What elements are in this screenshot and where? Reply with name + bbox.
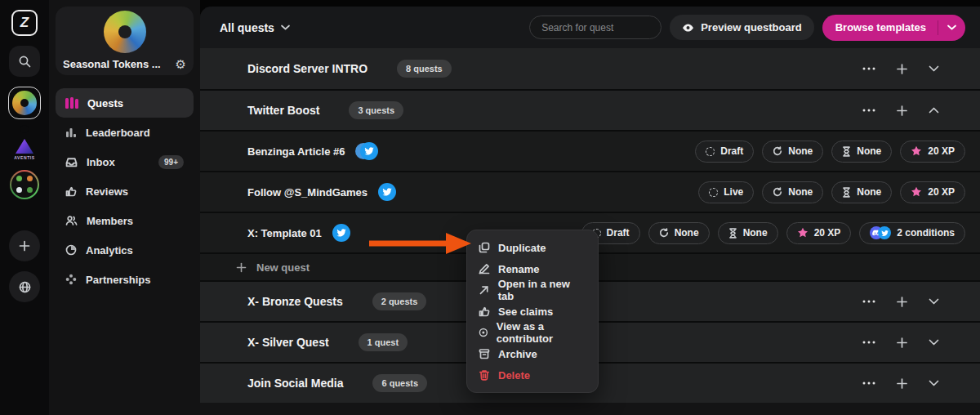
preview-questboard-button[interactable]: Preview questboard <box>670 15 814 40</box>
zealy-logo[interactable]: Z <box>11 10 38 36</box>
quest-row[interactable]: Benzinga Article #6 C Draft <box>200 130 980 171</box>
workspace-avatar-seasonal-active[interactable] <box>8 87 41 119</box>
xp-pill[interactable]: 20 XP <box>900 141 965 163</box>
xp-pill[interactable]: 20 XP <box>900 181 965 203</box>
cooldown-pill[interactable]: None <box>831 141 892 163</box>
recurrence-label: None <box>788 145 813 157</box>
context-menu-delete[interactable]: Delete <box>467 364 598 386</box>
sidebar-item-analytics[interactable]: Analytics <box>56 235 194 265</box>
quest-title: Benzinga Article #6 <box>247 145 345 158</box>
add-workspace-button[interactable] <box>9 230 40 261</box>
group-collapse-button[interactable] <box>929 380 939 386</box>
cooldown-pill[interactable]: None <box>718 222 778 244</box>
group-add-quest-button[interactable] <box>896 63 908 75</box>
sidebar-item-inbox[interactable]: Inbox 99+ <box>56 147 194 176</box>
sidebar-item-reviews[interactable]: Reviews <box>56 176 194 206</box>
context-menu-duplicate[interactable]: Duplicate <box>467 237 598 258</box>
chevron-down-icon <box>929 298 939 305</box>
seasonal-tokens-logo-icon <box>12 91 37 115</box>
workspace-avatar-aventis[interactable]: AVENTIS <box>14 139 35 160</box>
duplicate-icon <box>479 242 490 253</box>
group-collapse-button[interactable] <box>929 107 939 114</box>
quest-context-menu: Duplicate Rename Open in a new tab <box>466 230 599 393</box>
sidebar-item-partnerships[interactable]: Partnerships <box>56 265 194 294</box>
quest-count-badge: 1 quest <box>359 333 408 351</box>
group-add-quest-button[interactable] <box>896 296 908 308</box>
context-menu-label: View as a contributor <box>497 320 586 345</box>
ellipsis-icon <box>862 382 875 385</box>
conditions-label: 2 conditions <box>897 227 955 239</box>
season-winter-dot <box>16 187 22 193</box>
group-more-button[interactable] <box>862 382 875 385</box>
group-title: Twitter Boost <box>247 104 319 117</box>
context-menu-archive[interactable]: Archive <box>467 343 598 364</box>
status-spinner-icon <box>706 147 715 156</box>
archive-icon <box>479 348 490 359</box>
group-add-quest-button[interactable] <box>896 337 908 349</box>
group-add-quest-button[interactable] <box>896 105 908 117</box>
quest-group-row[interactable]: Twitter Boost 3 quests <box>200 89 980 130</box>
inbox-count-badge: 99+ <box>158 155 184 169</box>
status-pill[interactable]: Draft <box>695 141 754 163</box>
context-menu-label: Duplicate <box>498 242 546 254</box>
sidebar-item-leaderboard[interactable]: Leaderboard <box>56 118 194 147</box>
inbox-icon <box>65 156 78 168</box>
context-menu-rename[interactable]: Rename <box>467 258 598 279</box>
context-menu-view-as-contributor[interactable]: View as a contributor <box>467 322 598 343</box>
eye-icon <box>682 23 694 33</box>
recurrence-pill[interactable]: None <box>762 141 823 163</box>
group-collapse-button[interactable] <box>929 298 939 305</box>
quest-topbar: All quests Preview questboard <box>200 7 980 48</box>
ellipsis-icon <box>862 341 875 344</box>
star-icon <box>911 145 922 157</box>
context-menu-label: Rename <box>498 263 540 275</box>
status-pill[interactable]: Live <box>698 181 754 203</box>
twitter-icon <box>332 224 350 242</box>
refresh-icon <box>773 146 782 156</box>
plus-icon <box>896 105 908 117</box>
cooldown-pill[interactable]: None <box>831 181 892 203</box>
group-collapse-button[interactable] <box>929 65 939 72</box>
context-menu-open-new-tab[interactable]: Open in a new tab <box>467 279 598 301</box>
group-more-button[interactable] <box>862 109 875 112</box>
aventis-triangle-icon <box>16 139 33 154</box>
plus-icon <box>236 262 247 273</box>
language-button[interactable] <box>9 271 40 302</box>
workspace-avatar-seasons[interactable] <box>10 170 39 199</box>
members-icon <box>65 215 78 226</box>
xp-pill[interactable]: 20 XP <box>786 222 852 244</box>
context-menu-see-claims[interactable]: See claims <box>467 301 598 322</box>
group-title: X- Silver Quest <box>247 336 329 349</box>
recurrence-pill[interactable]: None <box>648 222 710 244</box>
recurrence-pill[interactable]: None <box>762 181 823 203</box>
quest-title: Follow @S_MindGames <box>247 186 368 199</box>
preview-questboard-label: Preview questboard <box>701 21 802 33</box>
browse-templates-split-button[interactable]: Browse templates <box>822 15 965 41</box>
search-button[interactable] <box>9 46 40 77</box>
sidebar-item-quests[interactable]: Quests <box>56 88 194 118</box>
settings-gear-icon[interactable]: ⚙ <box>176 58 186 70</box>
cooldown-label: None <box>857 145 881 157</box>
quest-group-row[interactable]: Discord Server INTRO 8 quests <box>200 48 980 89</box>
group-add-quest-button[interactable] <box>896 377 908 390</box>
group-more-button[interactable] <box>862 67 875 70</box>
browse-templates-dropdown[interactable] <box>938 25 965 30</box>
group-more-button[interactable] <box>862 341 875 344</box>
quest-count-badge: 8 quests <box>397 60 452 78</box>
sidebar-item-label: Leaderboard <box>86 127 150 139</box>
hourglass-icon <box>842 146 851 157</box>
hourglass-icon <box>842 187 851 198</box>
context-menu-label: Open in a new tab <box>498 278 586 302</box>
refresh-icon <box>773 187 782 197</box>
plus-icon <box>896 296 908 308</box>
leaderboard-icon <box>65 127 77 138</box>
group-more-button[interactable] <box>862 300 875 303</box>
workspace-card: Seasonal Tokens ... ⚙ <box>56 7 194 75</box>
recurrence-label: None <box>788 186 813 198</box>
group-collapse-button[interactable] <box>929 339 939 346</box>
quest-search-input[interactable] <box>529 16 662 39</box>
quest-row[interactable]: Follow @S_MindGames Live <box>200 171 980 212</box>
conditions-pill[interactable]: 2 conditions <box>859 222 965 244</box>
quest-filter-dropdown[interactable]: All quests <box>220 21 290 34</box>
sidebar-item-members[interactable]: Members <box>56 206 194 235</box>
